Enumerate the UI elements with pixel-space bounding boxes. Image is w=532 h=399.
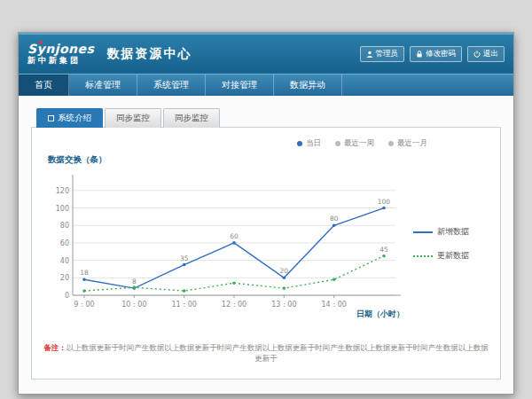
line-chart: 0204060801001209：0010：0011：0012：0013：001… <box>43 168 408 320</box>
logo-subtitle: 新中新集团 <box>27 57 94 66</box>
svg-text:0: 0 <box>65 292 69 300</box>
svg-text:10：00: 10：00 <box>121 301 146 309</box>
change-password-label: 修改密码 <box>426 49 456 59</box>
logout-button[interactable]: 退出 <box>467 46 505 62</box>
footnote: 备注：以上数据更新于时间产生数据以上数据更新于时间产生数据以上数据更新于时间产生… <box>43 343 489 364</box>
svg-text:20: 20 <box>280 267 289 275</box>
filter-last-month-label: 最近一月 <box>397 138 427 149</box>
radio-dot-icon <box>297 141 302 146</box>
tab-sync-monitor-1-label: 同步监控 <box>116 113 150 124</box>
svg-text:8: 8 <box>132 278 137 286</box>
svg-text:11：00: 11：00 <box>171 301 196 309</box>
radio-dot-icon <box>388 141 394 146</box>
svg-text:80: 80 <box>60 222 69 230</box>
blue-line-sample-icon <box>413 231 433 233</box>
admin-user-label: 管理员 <box>376 49 399 59</box>
main-nav: 首页 标准管理 系统管理 对接管理 数据异动 <box>19 74 513 96</box>
svg-text:12：00: 12：00 <box>222 301 246 309</box>
chart-legend: 新增数据 更新数据 <box>413 226 488 262</box>
svg-text:18: 18 <box>80 269 89 277</box>
svg-text:40: 40 <box>60 257 69 265</box>
company-logo: Synjones 新中新集团 <box>27 43 94 65</box>
legend-item-updated-data: 更新数据 <box>413 250 488 262</box>
nav-item-data-change[interactable]: 数据异动 <box>274 74 342 96</box>
tab-sync-monitor-1[interactable]: 同步监控 <box>105 108 161 128</box>
svg-text:80: 80 <box>330 215 339 223</box>
nav-item-home[interactable]: 首页 <box>19 74 69 96</box>
svg-text:13：00: 13：00 <box>271 301 296 309</box>
grid-icon <box>48 115 54 121</box>
chart-y-axis-title: 数据交换（条） <box>48 154 489 166</box>
legend-item-new-data: 新增数据 <box>413 226 488 238</box>
legend-new-data-label: 新增数据 <box>437 226 469 238</box>
filter-last-week[interactable]: 最近一周 <box>335 138 374 149</box>
svg-text:14：00: 14：00 <box>321 301 346 309</box>
chart-row: 0204060801001209：0010：0011：0012：0013：001… <box>43 168 489 320</box>
tab-system-intro[interactable]: 系统介绍 <box>36 108 103 128</box>
tab-sync-monitor-2-label: 同步监控 <box>175 113 208 124</box>
change-password-button[interactable]: 修改密码 <box>410 46 462 62</box>
content-area: 系统介绍 同步监控 同步监控 当日 最近一周 <box>19 96 513 394</box>
green-dotted-line-sample-icon <box>413 255 433 257</box>
chart-panel: 当日 最近一周 最近一月 数据交换（条） 0204060801001209：00… <box>31 127 501 379</box>
radio-dot-icon <box>335 141 340 146</box>
time-filter-group: 当日 最近一周 最近一月 <box>43 137 489 154</box>
filter-today-label: 当日 <box>306 138 321 149</box>
nav-item-system-mgmt[interactable]: 系统管理 <box>137 74 206 96</box>
svg-text:9：00: 9：00 <box>74 301 94 309</box>
nav-item-interface-mgmt[interactable]: 对接管理 <box>206 74 274 96</box>
svg-text:60: 60 <box>60 239 69 247</box>
logout-label: 退出 <box>483 49 498 59</box>
svg-text:20: 20 <box>60 274 69 282</box>
footnote-text: 以上数据更新于时间产生数据以上数据更新于时间产生数据以上数据更新于时间产生数据以… <box>66 343 489 363</box>
svg-text:120: 120 <box>56 187 69 195</box>
admin-user-button[interactable]: 管理员 <box>360 46 405 62</box>
nav-item-standard-mgmt[interactable]: 标准管理 <box>69 74 137 96</box>
app-window: Synjones 新中新集团 数据资源中心 管理员 修改密码 退出 首页 标准管… <box>18 32 514 395</box>
footnote-label: 备注： <box>43 343 66 352</box>
svg-text:35: 35 <box>180 254 189 262</box>
legend-updated-data-label: 更新数据 <box>437 250 469 262</box>
app-header: Synjones 新中新集团 数据资源中心 管理员 修改密码 退出 <box>19 33 513 74</box>
svg-text:100: 100 <box>378 198 391 206</box>
user-icon <box>366 51 373 58</box>
svg-text:60: 60 <box>230 232 239 240</box>
tab-strip: 系统介绍 同步监控 同步监控 <box>36 108 501 128</box>
filter-last-month[interactable]: 最近一月 <box>388 138 427 149</box>
svg-text:日期（小时）: 日期（小时） <box>356 309 404 318</box>
header-actions: 管理员 修改密码 退出 <box>360 46 505 62</box>
logo-text: Synjones <box>27 43 94 56</box>
svg-text:100: 100 <box>56 205 69 213</box>
svg-text:45: 45 <box>379 246 388 254</box>
tab-sync-monitor-2[interactable]: 同步监控 <box>163 108 220 128</box>
lock-icon <box>416 51 423 58</box>
power-icon <box>473 51 481 58</box>
tab-system-intro-label: 系统介绍 <box>58 113 91 124</box>
page-title: 数据资源中心 <box>106 46 192 62</box>
filter-today[interactable]: 当日 <box>297 138 321 149</box>
filter-last-week-label: 最近一周 <box>344 138 374 149</box>
